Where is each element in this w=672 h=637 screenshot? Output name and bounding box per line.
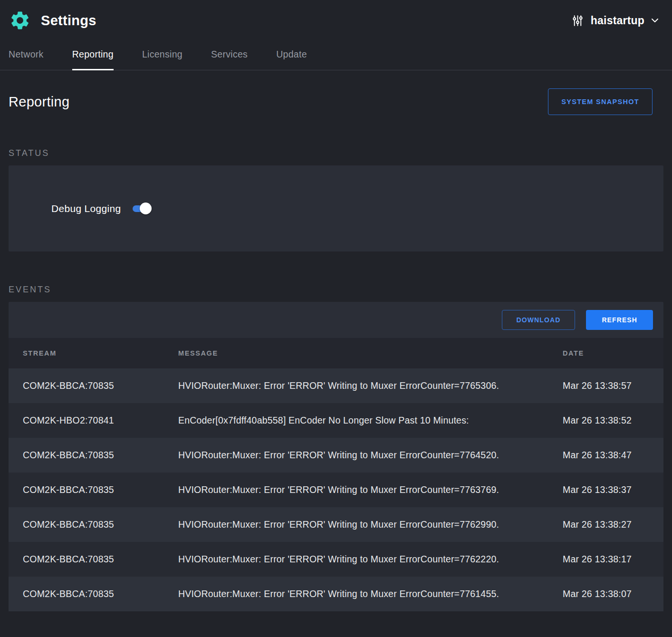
system-snapshot-button[interactable]: SYSTEM SNAPSHOT bbox=[548, 88, 653, 115]
page-title: Reporting bbox=[9, 94, 69, 110]
tab[interactable]: Update bbox=[276, 39, 307, 70]
tab-bar: Network Reporting Licensing Services Upd… bbox=[0, 39, 672, 70]
table-row[interactable]: COM2K-HBO2:70841 EnCoder[0x7fdff40ab558]… bbox=[9, 403, 663, 438]
message-cell: HVIORouter:Muxer: Error 'ERROR' Writing … bbox=[178, 484, 563, 495]
date-cell: Mar 26 13:38:27 bbox=[563, 519, 653, 530]
column-header-message: MESSAGE bbox=[178, 349, 563, 357]
stream-cell: COM2K-BBCA:70835 bbox=[23, 450, 178, 461]
message-cell: HVIORouter:Muxer: Error 'ERROR' Writing … bbox=[178, 450, 563, 461]
table-row[interactable]: COM2K-BBCA:70835 HVIORouter:Muxer: Error… bbox=[9, 368, 663, 403]
tab-label: Reporting bbox=[72, 49, 114, 59]
refresh-button[interactable]: REFRESH bbox=[586, 310, 653, 330]
column-header-date: DATE bbox=[563, 349, 653, 357]
tab-label: Licensing bbox=[142, 49, 182, 59]
table-row[interactable]: COM2K-BBCA:70835 HVIORouter:Muxer: Error… bbox=[9, 473, 663, 507]
tab[interactable]: Network bbox=[9, 39, 44, 70]
message-cell: HVIORouter:Muxer: Error 'ERROR' Writing … bbox=[178, 554, 563, 565]
tab[interactable]: Services bbox=[211, 39, 248, 70]
table-row[interactable]: COM2K-BBCA:70835 HVIORouter:Muxer: Error… bbox=[9, 577, 663, 611]
date-cell: Mar 26 13:38:17 bbox=[563, 554, 653, 565]
tab-label: Services bbox=[211, 49, 248, 59]
settings-gear-icon bbox=[9, 9, 31, 32]
app-title: Settings bbox=[41, 13, 96, 29]
events-table-header: STREAM MESSAGE DATE bbox=[9, 338, 663, 368]
message-cell: EnCoder[0x7fdff40ab558] EnCoder No Longe… bbox=[178, 415, 563, 426]
page-head: Reporting SYSTEM SNAPSHOT bbox=[0, 70, 672, 115]
message-cell: HVIORouter:Muxer: Error 'ERROR' Writing … bbox=[178, 589, 563, 599]
sliders-icon bbox=[571, 14, 584, 27]
debug-logging-label: Debug Logging bbox=[51, 203, 121, 214]
download-button[interactable]: DOWNLOAD bbox=[502, 310, 576, 330]
tab-label: Network bbox=[9, 49, 44, 59]
debug-logging-toggle[interactable] bbox=[133, 205, 150, 212]
events-table-body: COM2K-BBCA:70835 HVIORouter:Muxer: Error… bbox=[9, 368, 663, 611]
table-row[interactable]: COM2K-BBCA:70835 HVIORouter:Muxer: Error… bbox=[9, 507, 663, 542]
events-toolbar: DOWNLOAD REFRESH bbox=[9, 302, 663, 338]
stream-cell: COM2K-BBCA:70835 bbox=[23, 484, 178, 495]
events-section-label: EVENTS bbox=[9, 285, 663, 295]
date-cell: Mar 26 13:38:37 bbox=[563, 484, 653, 495]
date-cell: Mar 26 13:38:07 bbox=[563, 589, 653, 599]
tab[interactable]: Reporting bbox=[72, 39, 114, 70]
account-name: haistartup bbox=[591, 14, 644, 27]
date-cell: Mar 26 13:38:57 bbox=[563, 380, 653, 391]
date-cell: Mar 26 13:38:52 bbox=[563, 415, 653, 426]
status-section-label: STATUS bbox=[9, 148, 663, 158]
status-card: Debug Logging bbox=[9, 165, 663, 251]
stream-cell: COM2K-BBCA:70835 bbox=[23, 554, 178, 565]
debug-logging-row: Debug Logging bbox=[51, 203, 150, 214]
account-menu[interactable]: haistartup bbox=[571, 14, 659, 27]
message-cell: HVIORouter:Muxer: Error 'ERROR' Writing … bbox=[178, 380, 563, 391]
message-cell: HVIORouter:Muxer: Error 'ERROR' Writing … bbox=[178, 519, 563, 530]
table-row[interactable]: COM2K-BBCA:70835 HVIORouter:Muxer: Error… bbox=[9, 542, 663, 577]
column-header-stream: STREAM bbox=[23, 349, 178, 357]
stream-cell: COM2K-BBCA:70835 bbox=[23, 519, 178, 530]
table-row[interactable]: COM2K-BBCA:70835 HVIORouter:Muxer: Error… bbox=[9, 438, 663, 473]
stream-cell: COM2K-HBO2:70841 bbox=[23, 415, 178, 426]
app-header: Settings haistartup bbox=[0, 0, 672, 39]
chevron-down-icon bbox=[651, 18, 659, 23]
tab-label: Update bbox=[276, 49, 307, 59]
stream-cell: COM2K-BBCA:70835 bbox=[23, 589, 178, 599]
stream-cell: COM2K-BBCA:70835 bbox=[23, 380, 178, 391]
tab[interactable]: Licensing bbox=[142, 39, 182, 70]
events-card: DOWNLOAD REFRESH STREAM MESSAGE DATE COM… bbox=[9, 302, 663, 611]
date-cell: Mar 26 13:38:47 bbox=[563, 450, 653, 461]
